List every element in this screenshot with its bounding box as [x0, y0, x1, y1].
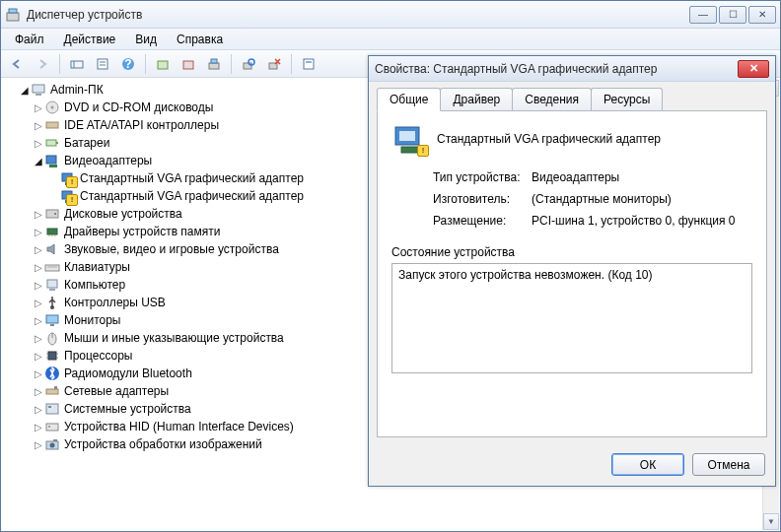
tb-back-button[interactable] [5, 53, 29, 75]
tb-properties-button[interactable] [91, 53, 114, 75]
tree-category[interactable]: ▷Устройства обработки изображений [5, 435, 360, 453]
expand-icon[interactable]: ▷ [33, 351, 44, 362]
svg-rect-30 [65, 200, 73, 203]
tree-root[interactable]: ◢ Admin-ПК [5, 81, 360, 99]
tree-category[interactable]: ▷Батареи [5, 134, 360, 152]
tree-category[interactable]: ▷Контроллеры USB [5, 294, 360, 311]
tb-help-button[interactable]: ? [116, 53, 140, 75]
expand-icon[interactable]: ▷ [33, 315, 44, 326]
category-icon [44, 366, 60, 381]
tree-category[interactable]: ▷Звуковые, видео и игровые устройства [5, 240, 360, 258]
device-icon [60, 188, 76, 204]
expand-icon[interactable]: ▷ [33, 386, 44, 397]
ok-button[interactable]: ОК [611, 453, 684, 476]
menu-action[interactable]: Действие [54, 29, 126, 49]
svg-rect-39 [47, 280, 57, 288]
loc-value: PCI-шина 1, устройство 0, функция 0 [532, 214, 752, 228]
status-textarea[interactable] [391, 263, 752, 373]
tb-forward-button[interactable] [31, 53, 54, 75]
tree-device[interactable]: Стандартный VGA графический адаптер [5, 187, 360, 205]
tb-show-hidden-button[interactable] [65, 53, 89, 75]
close-button[interactable]: ✕ [748, 6, 776, 24]
svg-point-41 [50, 305, 54, 309]
tree-category[interactable]: ▷Процессоры [5, 347, 360, 365]
tree-item-label: Драйверы устройств памяти [64, 225, 220, 238]
expand-icon[interactable]: ▷ [33, 209, 44, 220]
tree-category[interactable]: ▷Клавиатуры [5, 258, 360, 276]
expand-icon[interactable]: ▷ [33, 439, 44, 450]
tree-item-label: IDE ATA/ATAPI контроллеры [64, 118, 219, 132]
tree-device[interactable]: Стандартный VGA графический адаптер [5, 169, 360, 187]
tree-category[interactable]: ▷Системные устройства [5, 400, 360, 418]
expand-icon[interactable]: ▷ [33, 227, 44, 237]
tab-details[interactable]: Сведения [512, 88, 592, 110]
menubar: Файл Действие Вид Справка [1, 29, 780, 50]
tab-general[interactable]: Общие [377, 88, 441, 111]
cancel-button[interactable]: Отмена [692, 453, 765, 476]
mfr-value: (Стандартные мониторы) [532, 192, 752, 206]
category-icon [44, 100, 60, 115]
tree-category[interactable]: ▷IDE ATA/ATAPI контроллеры [5, 116, 360, 134]
tree-item-label: Контроллеры USB [64, 296, 166, 309]
svg-point-59 [50, 443, 55, 448]
dialog-close-button[interactable]: ✕ [738, 60, 769, 78]
tree-category[interactable]: ▷Компьютер [5, 276, 360, 294]
menu-help[interactable]: Справка [167, 29, 233, 49]
dialog-titlebar[interactable]: Свойства: Стандартный VGA графический ад… [369, 56, 775, 82]
expand-icon[interactable]: ▷ [33, 368, 44, 379]
expand-icon[interactable]: ◢ [33, 156, 44, 166]
tree-category[interactable]: ▷Сетевые адаптеры [5, 382, 360, 400]
tree-item-label: Устройства HID (Human Interface Devices) [64, 420, 294, 433]
svg-rect-56 [46, 424, 58, 431]
expand-icon[interactable]: ▷ [33, 422, 44, 432]
tree-category[interactable]: ▷Драйверы устройств памяти [5, 223, 360, 240]
expand-icon[interactable]: ▷ [33, 280, 44, 291]
tree-category[interactable]: ▷Мониторы [5, 311, 360, 329]
titlebar[interactable]: Диспетчер устройств — ☐ ✕ [1, 1, 780, 29]
expand-icon[interactable]: ▷ [33, 244, 44, 255]
expand-icon[interactable]: ▷ [33, 120, 44, 131]
tree-category[interactable]: ▷Радиомодули Bluetooth [5, 365, 360, 382]
mfr-label: Изготовитель: [433, 192, 532, 206]
tb-scan-button[interactable] [237, 53, 260, 75]
tab-driver[interactable]: Драйвер [440, 88, 513, 110]
status-label: Состояние устройства [391, 245, 752, 259]
svg-rect-27 [62, 173, 72, 181]
expand-icon[interactable]: ◢ [19, 85, 31, 96]
svg-rect-28 [65, 182, 73, 185]
computer-icon [31, 82, 46, 98]
tree-category[interactable]: ▷Дисковые устройства [5, 205, 360, 223]
tree-category[interactable]: ▷DVD и CD-ROM дисководы [5, 99, 360, 116]
expand-icon[interactable]: ▷ [33, 333, 44, 344]
expand-icon[interactable]: ▷ [33, 102, 44, 113]
svg-rect-33 [47, 229, 57, 234]
expand-icon[interactable]: ▷ [33, 404, 44, 415]
type-value: Видеоадаптеры [532, 170, 752, 184]
tb-disable-button[interactable] [202, 53, 226, 75]
tree-category[interactable]: ▷Мыши и иные указывающие устройства [5, 329, 360, 347]
tree-item-label: DVD и CD-ROM дисководы [64, 100, 213, 114]
category-icon [44, 436, 60, 452]
device-tree[interactable]: ◢ Admin-ПК ▷DVD и CD-ROM дисководы▷IDE A… [5, 81, 360, 453]
maximize-button[interactable]: ☐ [719, 6, 746, 24]
category-icon [44, 206, 60, 222]
menu-file[interactable]: Файл [5, 29, 54, 49]
tb-uninstall-button[interactable] [177, 53, 200, 75]
loc-label: Размещение: [433, 214, 532, 228]
svg-rect-9 [158, 61, 168, 69]
scroll-down-icon[interactable]: ▼ [763, 513, 779, 530]
svg-rect-37 [45, 265, 59, 271]
tree-item-label: Мониторы [64, 313, 120, 327]
expand-icon[interactable]: ▷ [33, 298, 44, 308]
tree-category[interactable]: ▷Устройства HID (Human Interface Devices… [5, 418, 360, 435]
tree-category[interactable]: ◢Видеоадаптеры [5, 152, 360, 169]
tb-uninstall-device-button[interactable] [262, 53, 286, 75]
minimize-button[interactable]: — [689, 6, 717, 24]
tb-update-driver-button[interactable] [151, 53, 175, 75]
tb-prop2-button[interactable] [297, 53, 320, 75]
expand-icon[interactable]: ▷ [33, 138, 44, 149]
category-icon [44, 224, 60, 239]
expand-icon[interactable]: ▷ [33, 262, 44, 273]
menu-view[interactable]: Вид [125, 29, 167, 49]
tab-resources[interactable]: Ресурсы [591, 88, 663, 110]
